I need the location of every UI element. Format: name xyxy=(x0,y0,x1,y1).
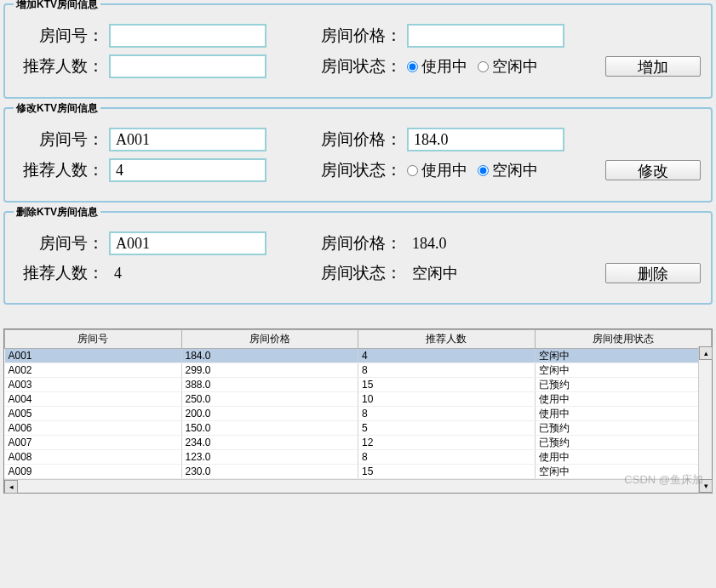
table-cell: 10 xyxy=(358,392,536,407)
add-capacity-label: 推荐人数： xyxy=(15,55,109,77)
table-cell: 15 xyxy=(358,378,536,392)
table-cell: 200.0 xyxy=(181,407,358,421)
edit-room-no-input[interactable] xyxy=(109,128,266,151)
edit-status-label: 房间状态： xyxy=(313,159,407,181)
table-cell: 234.0 xyxy=(181,436,358,450)
table-cell: A002 xyxy=(5,363,182,378)
edit-status-in-use-radio[interactable] xyxy=(407,165,418,176)
table-cell: 150.0 xyxy=(181,421,358,436)
delete-room-no-input[interactable] xyxy=(109,231,266,255)
add-status-free[interactable]: 空闲中 xyxy=(478,56,538,77)
delete-status-value: 空闲中 xyxy=(407,262,573,284)
add-room-no-input[interactable] xyxy=(109,24,266,48)
add-room-no-label: 房间号： xyxy=(15,25,109,47)
edit-panel: 修改KTV房间信息 房间号： 房间价格： 推荐人数： 房间状态： 使用中 空闲中… xyxy=(3,107,713,203)
table-cell: 使用中 xyxy=(535,407,712,421)
col-status[interactable]: 房间使用状态 xyxy=(535,330,712,349)
scroll-up-icon[interactable]: ▴ xyxy=(699,346,713,360)
room-table-wrap: 房间号 房间价格 推荐人数 房间使用状态 A001184.04空闲中A00229… xyxy=(3,328,713,494)
table-row[interactable]: A004250.010使用中 xyxy=(5,392,712,407)
table-cell: A007 xyxy=(5,436,182,450)
table-row[interactable]: A005200.08使用中 xyxy=(5,407,712,421)
edit-legend: 修改KTV房间信息 xyxy=(14,101,100,116)
table-row[interactable]: A003388.015已预约 xyxy=(5,378,712,392)
edit-price-input[interactable] xyxy=(407,128,564,151)
add-price-label: 房间价格： xyxy=(313,25,407,47)
add-price-input[interactable] xyxy=(407,24,564,48)
delete-button[interactable]: 删除 xyxy=(605,263,701,283)
table-row[interactable]: A002299.08空闲中 xyxy=(5,363,712,378)
edit-status-radio-group: 使用中 空闲中 xyxy=(407,160,573,180)
table-cell: A004 xyxy=(5,392,182,407)
edit-status-in-use[interactable]: 使用中 xyxy=(407,160,467,180)
vertical-scrollbar[interactable]: ▴ ▾ xyxy=(698,346,712,493)
table-cell: 已预约 xyxy=(535,421,712,436)
add-capacity-input[interactable] xyxy=(109,54,266,78)
col-price[interactable]: 房间价格 xyxy=(181,330,358,349)
table-cell: 230.0 xyxy=(181,465,358,479)
table-cell: A008 xyxy=(5,450,182,465)
table-row[interactable]: A008123.08使用中 xyxy=(5,450,712,465)
table-cell: 299.0 xyxy=(181,363,358,378)
table-cell: 4 xyxy=(358,349,536,363)
table-cell: A009 xyxy=(5,465,182,479)
table-cell: 184.0 xyxy=(181,349,358,363)
table-cell: 已预约 xyxy=(535,436,712,450)
add-panel: 增加KTV房间信息 房间号： 房间价格： 推荐人数： 房间状态： 使用中 空闲中… xyxy=(3,3,713,99)
delete-price-label: 房间价格： xyxy=(313,232,407,254)
table-row[interactable]: A007234.012已预约 xyxy=(5,436,712,450)
delete-capacity-value: 4 xyxy=(109,264,266,283)
table-cell: A006 xyxy=(5,421,182,436)
table-cell: 空闲中 xyxy=(535,349,712,363)
edit-status-free-radio[interactable] xyxy=(478,165,489,176)
edit-price-label: 房间价格： xyxy=(313,128,407,151)
table-cell: 8 xyxy=(358,363,536,378)
watermark: CSDN @鱼床加 xyxy=(624,472,703,488)
table-cell: 250.0 xyxy=(181,392,358,407)
table-cell: 使用中 xyxy=(535,392,712,407)
add-legend: 增加KTV房间信息 xyxy=(14,0,100,12)
delete-room-no-label: 房间号： xyxy=(15,232,109,254)
delete-panel: 删除KTV房间信息 房间号： 房间价格： 184.0 推荐人数： 4 房间状态：… xyxy=(3,211,713,305)
table-cell: 空闲中 xyxy=(535,363,712,378)
table-cell: A005 xyxy=(5,407,182,421)
table-cell: 388.0 xyxy=(181,378,358,392)
add-status-free-radio[interactable] xyxy=(478,61,489,72)
delete-status-label: 房间状态： xyxy=(313,262,407,284)
table-row[interactable]: A001184.04空闲中 xyxy=(5,349,712,363)
edit-room-no-label: 房间号： xyxy=(15,128,109,151)
table-row[interactable]: A006150.05已预约 xyxy=(5,421,712,436)
table-cell: 使用中 xyxy=(535,450,712,465)
col-room-no[interactable]: 房间号 xyxy=(5,330,182,349)
col-capacity[interactable]: 推荐人数 xyxy=(358,330,536,349)
table-cell: 5 xyxy=(358,421,536,436)
delete-price-value: 184.0 xyxy=(407,234,564,254)
edit-status-free[interactable]: 空闲中 xyxy=(478,160,538,180)
table-row[interactable]: A009230.015空闲中 xyxy=(5,465,712,479)
table-cell: A003 xyxy=(5,378,182,392)
add-status-label: 房间状态： xyxy=(313,55,407,77)
add-button[interactable]: 增加 xyxy=(605,56,701,77)
delete-capacity-label: 推荐人数： xyxy=(15,262,109,284)
table-cell: 8 xyxy=(358,450,536,465)
edit-capacity-label: 推荐人数： xyxy=(15,159,109,181)
delete-legend: 删除KTV房间信息 xyxy=(14,205,100,220)
table-cell: 8 xyxy=(358,407,536,421)
room-table[interactable]: 房间号 房间价格 推荐人数 房间使用状态 A001184.04空闲中A00229… xyxy=(4,329,712,479)
table-cell: 已预约 xyxy=(535,378,712,392)
add-status-in-use[interactable]: 使用中 xyxy=(407,56,467,77)
edit-capacity-input[interactable] xyxy=(109,158,266,182)
scroll-left-icon[interactable]: ◂ xyxy=(4,480,18,494)
table-cell: 123.0 xyxy=(181,450,358,465)
table-cell: 12 xyxy=(358,436,536,450)
add-status-in-use-radio[interactable] xyxy=(407,61,418,72)
horizontal-scrollbar[interactable]: ◂ ▸ xyxy=(4,479,712,493)
table-cell: 15 xyxy=(358,465,536,479)
add-status-radio-group: 使用中 空闲中 xyxy=(407,56,573,77)
edit-button[interactable]: 修改 xyxy=(605,160,701,180)
table-cell: A001 xyxy=(5,349,182,363)
